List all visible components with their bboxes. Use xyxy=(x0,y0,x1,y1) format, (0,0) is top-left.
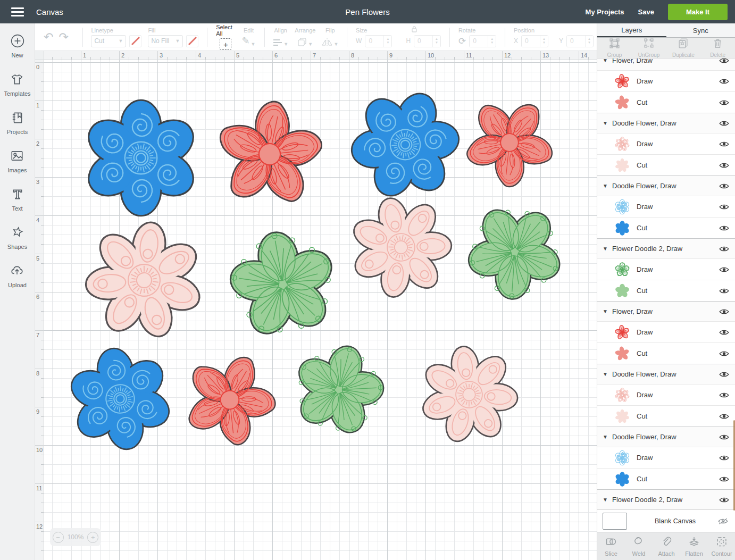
position-x-input[interactable]: 0▲▼ xyxy=(521,35,548,47)
save-link[interactable]: Save xyxy=(638,8,654,16)
eye-icon[interactable] xyxy=(719,350,729,357)
contour-button[interactable]: Contour xyxy=(708,532,735,560)
eye-icon[interactable] xyxy=(719,120,729,127)
rotate-input[interactable]: 0▲▼ xyxy=(469,35,496,47)
layer-row-draw[interactable]: Draw xyxy=(597,321,735,342)
eye-icon[interactable] xyxy=(719,266,729,273)
layer-row-draw[interactable]: Draw xyxy=(597,196,735,217)
eye-icon[interactable] xyxy=(719,58,729,64)
layer-group-header[interactable]: ▼Doodle Flower, Draw xyxy=(597,364,735,384)
flip-icon[interactable]: ▼ xyxy=(322,35,338,47)
collapse-caret-icon[interactable]: ▼ xyxy=(603,434,612,440)
canvas-object-pink-doodle7[interactable] xyxy=(414,339,524,452)
sidebar-item-images[interactable]: Images xyxy=(7,149,27,173)
linetype-color-swatch[interactable] xyxy=(129,35,141,47)
layer-group-header[interactable]: ▼Flower Doodle 2, Draw xyxy=(597,490,735,509)
duplicate-button[interactable]: Duplicate xyxy=(666,38,701,58)
eye-icon[interactable] xyxy=(719,182,729,190)
sidebar-item-templates[interactable]: Templates xyxy=(4,72,30,97)
eye-icon[interactable] xyxy=(719,413,729,420)
attach-button[interactable]: Attach xyxy=(653,532,680,560)
eye-icon[interactable] xyxy=(719,140,729,148)
canvas-object-blue-doodle6[interactable] xyxy=(347,86,464,205)
eye-icon[interactable] xyxy=(719,203,729,211)
layer-row-draw[interactable]: Draw xyxy=(597,70,735,91)
position-y-input[interactable]: 0▲▼ xyxy=(566,35,594,47)
linetype-select[interactable]: Cut▼ xyxy=(91,35,126,47)
select-all-icon[interactable]: + xyxy=(220,38,231,50)
eye-off-icon[interactable] xyxy=(718,517,728,525)
collapse-caret-icon[interactable]: ▼ xyxy=(603,120,612,126)
eye-icon[interactable] xyxy=(719,475,729,483)
align-icon[interactable]: ▼ xyxy=(273,35,288,47)
rotate-icon[interactable]: ⟳ xyxy=(458,37,466,46)
arrange-icon[interactable]: ▼ xyxy=(297,35,313,47)
zoom-in-button[interactable]: + xyxy=(87,532,98,543)
canvas-object-red-petal5[interactable] xyxy=(461,94,558,194)
collapse-caret-icon[interactable]: ▼ xyxy=(603,497,612,503)
layer-row-draw[interactable]: Draw xyxy=(597,447,735,468)
layer-group-header[interactable]: ▼Doodle Flower, Draw xyxy=(597,427,735,447)
layer-group-header[interactable]: ▼Flower, Draw xyxy=(597,302,735,321)
eye-icon[interactable] xyxy=(719,99,729,106)
weld-button[interactable]: Weld xyxy=(625,532,653,560)
canvas-object-green-doodle5[interactable] xyxy=(462,199,568,307)
collapse-caret-icon[interactable]: ▼ xyxy=(603,308,612,314)
layer-row-draw[interactable]: Draw xyxy=(597,258,735,280)
canvas-object-red-petal5[interactable] xyxy=(179,349,280,453)
slice-button[interactable]: Slice xyxy=(597,532,625,560)
layer-row-draw[interactable]: Draw xyxy=(597,384,735,405)
layer-row-cut[interactable]: Cut xyxy=(597,217,735,238)
fill-color-swatch[interactable] xyxy=(186,35,198,47)
canvas-object-pink-doodle7[interactable] xyxy=(344,190,458,307)
collapse-caret-icon[interactable]: ▼ xyxy=(603,371,612,377)
undo-icon[interactable]: ↶ xyxy=(44,31,53,43)
layer-row-cut[interactable]: Cut xyxy=(597,280,735,301)
layer-group-header[interactable]: ▼Flower Doodle 2, Draw xyxy=(597,239,735,258)
layer-row-cut[interactable]: Cut xyxy=(597,468,735,489)
layer-group-header[interactable]: ▼Doodle Flower, Draw xyxy=(597,113,735,133)
eye-icon[interactable] xyxy=(719,224,729,232)
canvas-object-green-doodle5[interactable] xyxy=(223,225,343,346)
layer-row-cut[interactable]: Cut xyxy=(597,154,735,175)
fill-select[interactable]: No Fill▼ xyxy=(148,35,183,47)
canvas-object-pink-doodle7[interactable] xyxy=(78,214,211,349)
layer-group-header[interactable]: ▼Doodle Flower, Draw xyxy=(597,176,735,196)
size-lock-icon[interactable] xyxy=(410,26,419,32)
layer-row-cut[interactable]: Cut xyxy=(597,342,735,364)
collapse-caret-icon[interactable]: ▼ xyxy=(603,183,612,189)
eye-icon[interactable] xyxy=(719,308,729,315)
layer-row-cut[interactable]: Cut xyxy=(597,405,735,427)
eye-icon[interactable] xyxy=(719,454,729,462)
hamburger-menu-icon[interactable] xyxy=(0,7,35,16)
my-projects-link[interactable]: My Projects xyxy=(586,8,624,16)
width-input[interactable]: 0▲▼ xyxy=(365,35,392,47)
eye-icon[interactable] xyxy=(719,371,729,378)
eye-icon[interactable] xyxy=(719,78,729,85)
group-button[interactable]: Group xyxy=(597,38,632,58)
layer-row-cut[interactable]: Cut xyxy=(597,91,735,113)
eye-icon[interactable] xyxy=(719,391,729,399)
eye-icon[interactable] xyxy=(719,162,729,169)
flatten-button[interactable]: Flatten xyxy=(680,532,708,560)
blank-canvas-row[interactable]: Blank Canvas xyxy=(597,509,735,532)
layer-row-draw[interactable]: Draw xyxy=(597,133,735,154)
tab-layers[interactable]: Layers xyxy=(597,23,666,37)
eye-icon[interactable] xyxy=(719,496,729,504)
eye-icon[interactable] xyxy=(719,287,729,295)
ungroup-button[interactable]: UnGroup xyxy=(632,38,666,58)
layer-group-header[interactable]: ▼Flower, Draw xyxy=(597,58,735,70)
height-input[interactable]: 0▲▼ xyxy=(414,35,441,47)
collapse-caret-icon[interactable]: ▼ xyxy=(603,246,612,252)
canvas-object-green-doodle5[interactable] xyxy=(288,339,389,442)
zoom-out-button[interactable]: − xyxy=(53,532,64,543)
eye-icon[interactable] xyxy=(719,433,729,441)
canvas-grid[interactable] xyxy=(44,60,597,560)
redo-icon[interactable]: ↷ xyxy=(59,31,68,43)
canvas-object-blue-doodle6[interactable] xyxy=(78,95,204,223)
canvas-color-swatch[interactable] xyxy=(603,513,627,530)
canvas-object-blue-doodle6[interactable] xyxy=(65,344,176,456)
sidebar-item-shapes[interactable]: Shapes xyxy=(7,225,27,250)
eye-icon[interactable] xyxy=(719,245,729,253)
sidebar-item-upload[interactable]: Upload xyxy=(8,264,27,288)
